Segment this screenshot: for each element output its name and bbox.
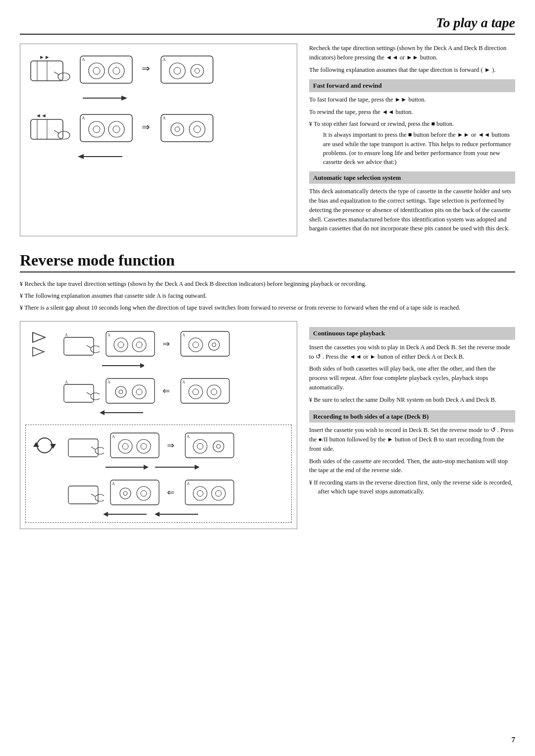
svg-point-97: [197, 443, 203, 449]
svg-text:⇐: ⇐: [162, 386, 170, 396]
svg-text:⇐: ⇐: [167, 487, 174, 497]
svg-rect-44: [64, 337, 94, 355]
arrow-right-rew1: ⇒: [140, 120, 154, 135]
svg-line-65: [87, 392, 91, 395]
reverse-mode-bullets: Recheck the tape travel direction settin…: [20, 279, 515, 312]
svg-point-77: [193, 389, 199, 395]
intro-text-1: Recheck the tape direction settings (sho…: [309, 44, 515, 62]
svg-point-31: [108, 121, 124, 137]
arrow-left-lower2: ⇐: [161, 384, 174, 397]
svg-point-58: [193, 342, 199, 348]
lower-cassette-b2: A: [184, 429, 236, 461]
svg-point-45: [91, 346, 100, 353]
svg-point-39: [194, 126, 201, 133]
svg-point-9: [93, 67, 100, 74]
svg-point-8: [89, 63, 105, 79]
svg-point-32: [113, 126, 120, 133]
svg-point-18: [195, 68, 200, 73]
play-arrow-symbol2: [30, 346, 50, 358]
svg-text:⇒: ⇒: [162, 339, 170, 349]
svg-text:►►: ►►: [39, 54, 50, 60]
continuous-yen1: Be sure to select the same Dolby NR syst…: [309, 395, 515, 404]
svg-point-91: [137, 439, 151, 453]
bullet-item-3: There is a silent gap about 10 seconds l…: [20, 303, 515, 313]
svg-text:A: A: [107, 380, 110, 384]
auto-tape-header: Automatic tape selection system: [309, 171, 515, 184]
recording-para1: Insert the cassette you wish to record i…: [309, 426, 515, 453]
ff-para1: To fast forward the tape, press the ►► b…: [309, 95, 515, 105]
hand-button-diagram-ff: ►►: [28, 52, 73, 87]
svg-point-90: [122, 443, 128, 449]
play-arrow-symbol: [30, 330, 50, 345]
svg-point-30: [93, 126, 100, 133]
arrow-left-lower4: ⇐: [166, 486, 179, 499]
svg-text:⇒: ⇒: [142, 121, 150, 132]
lower-diagram-box: A A ⇒ A: [20, 321, 297, 529]
svg-rect-104: [68, 486, 98, 504]
ff-indent1: It is always important to press the ■ bu…: [309, 130, 515, 166]
lower-cassette-a1: A: [105, 327, 157, 360]
continuous-header: Continuous tape playback: [309, 327, 515, 340]
svg-point-89: [118, 439, 132, 453]
svg-point-3: [58, 73, 70, 81]
lower-row3: A ⇒ A: [30, 429, 287, 461]
svg-point-110: [123, 491, 127, 495]
svg-point-24: [58, 131, 70, 139]
svg-point-59: [209, 339, 219, 350]
auto-tape-para1: This deck automatically detects the type…: [309, 187, 515, 233]
svg-marker-62: [140, 363, 144, 368]
svg-rect-84: [68, 439, 98, 457]
recording-para2: Both sides of the cassette are recorded.…: [309, 457, 515, 476]
svg-point-29: [89, 121, 105, 137]
svg-text:A: A: [162, 115, 166, 120]
svg-point-10: [108, 63, 124, 79]
svg-point-116: [193, 486, 207, 500]
svg-marker-123: [155, 512, 160, 517]
svg-text:A: A: [182, 380, 185, 384]
bullet-item-1: Recheck the tape travel direction settin…: [20, 279, 515, 289]
svg-line-46: [87, 345, 91, 348]
svg-text:A: A: [112, 482, 115, 486]
svg-point-38: [189, 121, 205, 137]
svg-text:A: A: [187, 434, 190, 439]
svg-line-25: [54, 130, 59, 133]
svg-rect-63: [64, 384, 94, 402]
recording-header: Recording to both sides of a tape (Deck …: [309, 410, 515, 423]
lower-cassette-b3: A: [109, 476, 161, 508]
recording-dashed-area: A ⇒ A: [25, 425, 292, 523]
svg-text:⇒: ⇒: [142, 63, 150, 74]
svg-point-85: [95, 447, 104, 454]
svg-marker-101: [144, 465, 149, 470]
svg-text:◄◄: ◄◄: [36, 112, 47, 118]
svg-text:A: A: [65, 380, 68, 384]
lower-hand-deck-b3: [64, 476, 104, 508]
svg-marker-121: [103, 512, 108, 517]
svg-text:A: A: [187, 482, 190, 486]
svg-text:A: A: [162, 57, 166, 62]
svg-point-105: [95, 494, 104, 501]
cassette-deck-a-rew2: A: [159, 110, 215, 145]
svg-text:A: A: [182, 333, 185, 337]
continuous-para1: Insert the cassettes you wish to play in…: [309, 343, 515, 362]
cassette-deck-a-ff2: A: [159, 52, 215, 87]
svg-text:⇒: ⇒: [167, 440, 174, 450]
svg-point-98: [213, 441, 224, 452]
svg-point-112: [141, 490, 147, 496]
svg-rect-87: [110, 433, 159, 458]
continuous-para2: Both sides of both cassettes will play b…: [309, 364, 515, 392]
top-right-col: Recheck the tape direction settings (sho…: [309, 44, 515, 236]
lower-hand-deck-b1: [64, 429, 104, 461]
intro-text-2: The following explanation assumes that t…: [309, 65, 515, 75]
svg-marker-81: [100, 410, 105, 415]
ff-para2: To rewind the tape, press the ◄◄ button.: [309, 108, 515, 117]
arrow-right-ff1: ⇒: [140, 62, 154, 77]
cycle-arrow-symbol: [32, 433, 57, 458]
lower-cassette-a3: A: [105, 375, 157, 407]
svg-point-92: [141, 443, 147, 449]
lower-row4: A ⇐ A: [30, 476, 287, 508]
svg-point-16: [174, 67, 181, 74]
svg-point-15: [169, 63, 185, 79]
svg-point-76: [189, 385, 203, 399]
page-title: To play a tape: [20, 15, 515, 31]
svg-rect-107: [110, 480, 159, 505]
